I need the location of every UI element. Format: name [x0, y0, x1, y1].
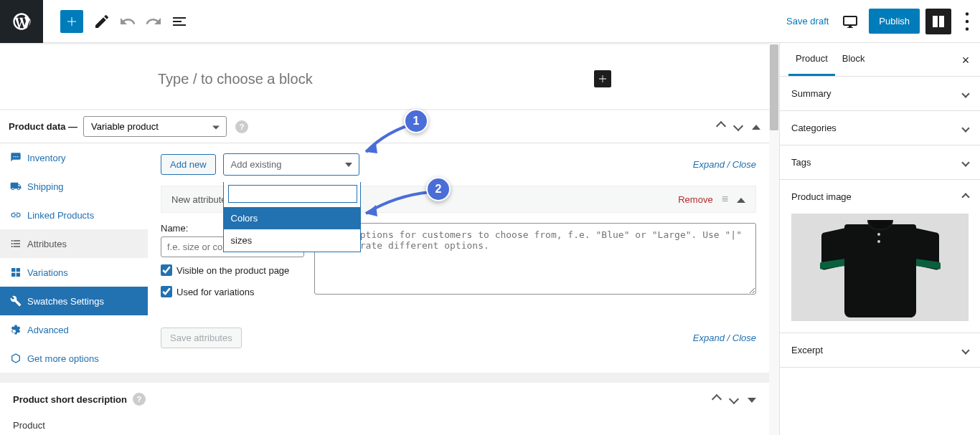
remove-attribute-link[interactable]: Remove — [678, 194, 712, 205]
save-attributes-button[interactable]: Save attributes — [161, 328, 242, 348]
expand-collapse-link[interactable]: Expand / Close — [693, 159, 756, 170]
section-tags[interactable]: Tags — [780, 145, 980, 179]
add-existing-placeholder: Add existing — [231, 159, 282, 170]
tab-shipping[interactable]: Shipping — [0, 172, 148, 201]
tab-shipping-label: Shipping — [27, 181, 64, 192]
tab-get-more-label: Get more options — [27, 353, 99, 364]
scrollbar-thumb[interactable] — [770, 44, 778, 130]
expand-collapse-link-bottom[interactable]: Expand / Close — [693, 333, 756, 343]
short-description-title: Product short description — [13, 394, 127, 405]
undo-icon[interactable] — [115, 9, 141, 34]
section-categories[interactable]: Categories — [780, 111, 980, 145]
tab-attributes[interactable]: Attributes — [0, 229, 148, 258]
product-data-panel: Product data — Variable product ? — [0, 110, 769, 373]
more-options-icon[interactable] — [954, 9, 980, 34]
tab-advanced[interactable]: Advanced — [0, 315, 148, 344]
svg-point-2 — [966, 27, 969, 31]
panel-down-icon[interactable] — [735, 121, 742, 132]
top-toolbar: Save draft Publish — [0, 0, 980, 43]
add-existing-select[interactable]: Add existing — [223, 153, 359, 176]
tab-advanced-label: Advanced — [27, 325, 69, 335]
used-variations-label: Used for variations — [176, 287, 254, 297]
attribute-search-input[interactable] — [228, 185, 357, 203]
drag-handle-icon[interactable]: ≡ — [722, 193, 728, 205]
sidebar-tab-product[interactable]: Product — [788, 43, 835, 76]
section-product-image-label: Product image — [791, 191, 852, 202]
section-tags-label: Tags — [791, 157, 811, 168]
publish-button[interactable]: Publish — [869, 9, 920, 34]
tab-variations[interactable]: Variations — [0, 258, 148, 287]
add-new-attribute-button[interactable]: Add new — [161, 154, 216, 175]
tab-swatches-label: Swatches Settings — [27, 296, 104, 307]
panel-expand-icon[interactable] — [748, 394, 756, 405]
settings-sidebar: Product Block × Summary Categories Tags — [779, 43, 980, 435]
save-draft-link[interactable]: Save draft — [778, 10, 837, 32]
tab-inventory[interactable]: Inventory — [0, 143, 148, 172]
dropdown-option-colors[interactable]: Colors — [224, 207, 360, 229]
dropdown-option-sizes[interactable]: sizes — [224, 229, 360, 252]
section-product-image[interactable]: Product image — [780, 180, 980, 214]
visible-checkbox-row[interactable]: Visible on the product page — [161, 264, 304, 276]
section-summary[interactable]: Summary — [780, 77, 980, 110]
tab-linked-products[interactable]: Linked Products — [0, 201, 148, 229]
chevron-up-icon — [963, 191, 969, 202]
tab-inventory-label: Inventory — [27, 153, 65, 163]
attribute-values-textarea[interactable] — [314, 223, 756, 295]
svg-point-0 — [966, 12, 969, 16]
scrollbar-track[interactable] — [769, 43, 779, 435]
settings-panel-toggle[interactable] — [925, 9, 951, 34]
editor-canvas: Type / to choose a block Product data — … — [0, 43, 779, 435]
tab-linked-label: Linked Products — [27, 210, 94, 221]
tab-get-more[interactable]: Get more options — [0, 344, 148, 373]
preview-icon[interactable] — [837, 9, 863, 34]
visible-checkbox-label: Visible on the product page — [176, 265, 289, 276]
panel-up-icon[interactable] — [713, 394, 720, 405]
attribute-collapse-icon[interactable] — [737, 194, 745, 205]
panel-collapse-icon[interactable] — [752, 121, 760, 132]
section-excerpt[interactable]: Excerpt — [780, 333, 980, 367]
add-block-button[interactable] — [60, 10, 83, 33]
close-sidebar-icon[interactable]: × — [957, 52, 974, 69]
svg-point-1 — [966, 19, 969, 23]
product-image-thumbnail[interactable] — [791, 214, 969, 321]
section-categories-label: Categories — [791, 123, 837, 133]
product-data-tabs: Inventory Shipping Linked Products Attri… — [0, 143, 148, 373]
product-type-select[interactable]: Variable product — [83, 116, 227, 137]
tab-swatches-settings[interactable]: Swatches Settings — [0, 287, 148, 315]
help-icon[interactable]: ? — [235, 120, 248, 133]
tab-variations-label: Variations — [27, 267, 68, 278]
wp-logo-icon[interactable] — [0, 0, 43, 43]
chevron-down-icon — [963, 123, 969, 133]
short-description-panel: Product short description ? — [0, 383, 769, 416]
footer-product-label: Product — [0, 416, 769, 435]
block-inserter-placeholder[interactable]: Type / to choose a block — [29, 71, 313, 87]
visible-checkbox[interactable] — [161, 264, 172, 276]
attribute-dropdown: Colors sizes — [223, 182, 361, 252]
inline-add-block-button[interactable] — [594, 70, 611, 87]
sidebar-tab-block[interactable]: Block — [835, 43, 872, 76]
chevron-down-icon — [963, 345, 969, 355]
new-attribute-header: New attribute — [171, 194, 227, 205]
panel-down-icon[interactable] — [730, 394, 738, 405]
chevron-down-icon — [963, 157, 969, 168]
section-summary-label: Summary — [791, 88, 831, 99]
product-data-title: Product data — — [9, 121, 77, 132]
help-icon[interactable]: ? — [133, 393, 146, 406]
chevron-down-icon — [963, 88, 969, 99]
tab-attributes-label: Attributes — [27, 239, 67, 249]
edit-tool-icon[interactable] — [89, 9, 115, 34]
section-excerpt-label: Excerpt — [791, 345, 823, 355]
used-variations-checkbox[interactable] — [161, 286, 172, 297]
document-outline-icon[interactable] — [166, 9, 192, 34]
used-variations-checkbox-row[interactable]: Used for variations — [161, 286, 304, 297]
redo-icon[interactable] — [141, 9, 166, 34]
panel-up-icon[interactable] — [717, 121, 725, 132]
